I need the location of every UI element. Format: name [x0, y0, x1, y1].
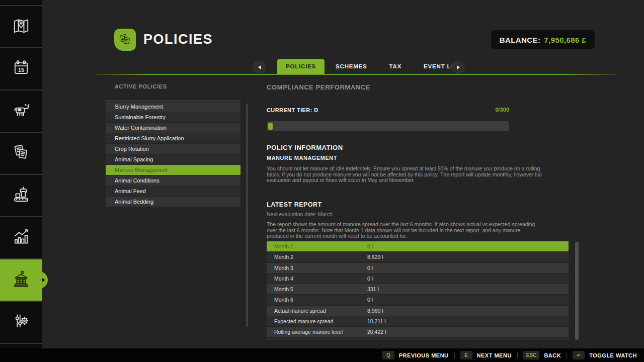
- policies-screen: 15: [0, 0, 644, 362]
- tab-bar: POLICIES SCHEMES TAX EVENT LOG: [277, 59, 472, 74]
- active-tab-arrow-icon: [42, 278, 45, 282]
- list-item[interactable]: Animal Feed: [106, 186, 240, 196]
- row-label: Month 1: [267, 243, 367, 249]
- sidebar-item-contracts[interactable]: [0, 133, 42, 174]
- hint-label: NEXT MENU: [477, 352, 512, 358]
- row-label: Expected manure spread: [267, 318, 367, 324]
- sidebar-item-calendar[interactable]: 15: [0, 48, 42, 89]
- sidebar-item-settings[interactable]: [0, 302, 42, 343]
- latest-report-title: LATEST REPORT: [267, 201, 322, 208]
- policy-information-title: POLICY INFORMATION: [267, 144, 343, 151]
- finances-icon: [10, 268, 32, 292]
- list-item[interactable]: Animal Conditions: [106, 175, 240, 186]
- sidebar-item-production[interactable]: [0, 175, 42, 216]
- sidebar-item-map[interactable]: [0, 6, 42, 47]
- row-value: 0 l: [367, 297, 569, 303]
- balance-badge: BALANCE: 7,950,686 £: [491, 30, 595, 49]
- list-item[interactable]: Slurry Management: [106, 102, 240, 112]
- table-row[interactable]: Expected manure spread 10,211 l: [267, 316, 569, 326]
- report-table: Month 1 0 l Month 2 8,629 l Month 3 0 l …: [267, 241, 569, 340]
- list-item[interactable]: Animal Bedding: [106, 197, 240, 207]
- tab-tax[interactable]: TAX: [378, 59, 413, 74]
- sidebar-item-statistics[interactable]: [0, 217, 42, 258]
- tab-policies[interactable]: POLICIES: [277, 59, 325, 74]
- statistics-icon: [10, 226, 32, 250]
- table-row[interactable]: Month 6 0 l: [267, 295, 569, 305]
- sidebar-item-partial-top[interactable]: [0, 0, 42, 5]
- table-row[interactable]: Month 2 8,629 l: [267, 252, 569, 262]
- row-value: 0 l: [367, 243, 569, 249]
- table-row-selected[interactable]: Month 1 0 l: [267, 241, 569, 251]
- table-row[interactable]: Month 3 0 l: [267, 263, 569, 273]
- sidebar-item-finances[interactable]: [0, 259, 42, 301]
- list-item[interactable]: Animal Spacing: [106, 154, 240, 164]
- hint-toggle-watch[interactable]: ↵ TOGGLE WATCH: [573, 351, 637, 359]
- compliance-progress-fill: [268, 123, 273, 130]
- page-title: POLICIES: [143, 32, 213, 47]
- tab-underline: [96, 74, 616, 75]
- list-item[interactable]: Water Contamination: [106, 123, 240, 133]
- svg-text:15: 15: [18, 67, 24, 73]
- tabs-next-button[interactable]: [451, 60, 465, 74]
- report-description: The report shows the amount of manure sp…: [267, 222, 542, 239]
- chevron-right-icon: [457, 65, 460, 69]
- hint-next-menu[interactable]: E NEXT MENU: [460, 351, 512, 359]
- row-label: Month 5: [267, 286, 367, 292]
- sidebar-item-animals[interactable]: [0, 90, 42, 132]
- compliance-progress-bar: [267, 121, 509, 131]
- hint-separator: [454, 352, 455, 358]
- key-q: Q: [382, 351, 394, 359]
- hint-label: PREVIOUS MENU: [399, 352, 449, 358]
- hint-separator: [567, 352, 567, 358]
- sidebar-item-partial-bottom[interactable]: [0, 344, 42, 348]
- tabs-prev-button[interactable]: [253, 60, 266, 74]
- map-icon: [10, 15, 32, 39]
- table-scrollbar[interactable]: [575, 242, 579, 340]
- table-row[interactable]: Rating 0: [267, 338, 569, 340]
- active-policies-header: ACTIVE POLICIES: [115, 83, 167, 89]
- contracts-icon: [10, 141, 32, 165]
- row-label: Month 3: [267, 265, 367, 271]
- settings-icon: [10, 310, 32, 334]
- hint-previous-menu[interactable]: Q PREVIOUS MENU: [382, 351, 449, 359]
- row-value: 8,960 l: [367, 308, 569, 314]
- list-item[interactable]: Restricted Slurry Application: [106, 133, 240, 143]
- row-label: Actual manure spread: [267, 308, 367, 314]
- row-label: Rating: [267, 340, 367, 340]
- table-row[interactable]: Month 4 0 l: [267, 274, 569, 284]
- production-icon: [10, 184, 32, 208]
- table-row[interactable]: Month 5 331 l: [267, 284, 569, 294]
- compliance-section-title: COMPLIANCE PERFORMANCE: [267, 83, 370, 91]
- compliance-score: 0/300: [267, 107, 509, 113]
- balance-value: 7,950,686 £: [544, 36, 586, 44]
- hint-label: BACK: [544, 352, 561, 358]
- next-evaluation-date: Next evaluation date: March: [267, 211, 333, 217]
- table-row[interactable]: Actual manure spread 8,960 l: [267, 306, 569, 316]
- hint-separator: [517, 352, 518, 358]
- hint-back[interactable]: ESC BACK: [523, 351, 561, 359]
- row-value: 0 l: [367, 265, 569, 271]
- row-value: 10,211 l: [367, 318, 569, 324]
- row-label: Rolling average manure level: [267, 329, 367, 335]
- table-row[interactable]: Rolling average manure level 20,422 l: [267, 327, 569, 337]
- chevron-left-icon: [258, 65, 261, 69]
- list-item-selected[interactable]: Manure Management: [106, 165, 240, 175]
- list-item[interactable]: Crop Rotation: [106, 144, 240, 154]
- balance-label: BALANCE:: [500, 36, 541, 44]
- row-value: 20,422 l: [367, 329, 569, 335]
- footer-hint-bar: Q PREVIOUS MENU E NEXT MENU ESC BACK ↵ T…: [0, 348, 644, 362]
- key-e: E: [460, 351, 472, 359]
- row-label: Month 6: [267, 297, 367, 303]
- key-esc: ESC: [523, 351, 540, 359]
- list-item[interactable]: Sustainable Forestry: [106, 112, 240, 122]
- hint-label: TOGGLE WATCH: [589, 352, 637, 358]
- content-scrollbar[interactable]: [246, 104, 248, 327]
- row-value: 0: [367, 340, 569, 340]
- tab-schemes[interactable]: SCHEMES: [325, 59, 378, 74]
- row-value: 8,629 l: [367, 254, 569, 260]
- policy-description: You should not let manure sit idle indef…: [267, 166, 542, 184]
- row-value: 331 l: [367, 286, 569, 292]
- key-enter-icon: ↵: [573, 351, 585, 359]
- policies-page-icon: [114, 29, 136, 51]
- animals-icon: [10, 99, 32, 123]
